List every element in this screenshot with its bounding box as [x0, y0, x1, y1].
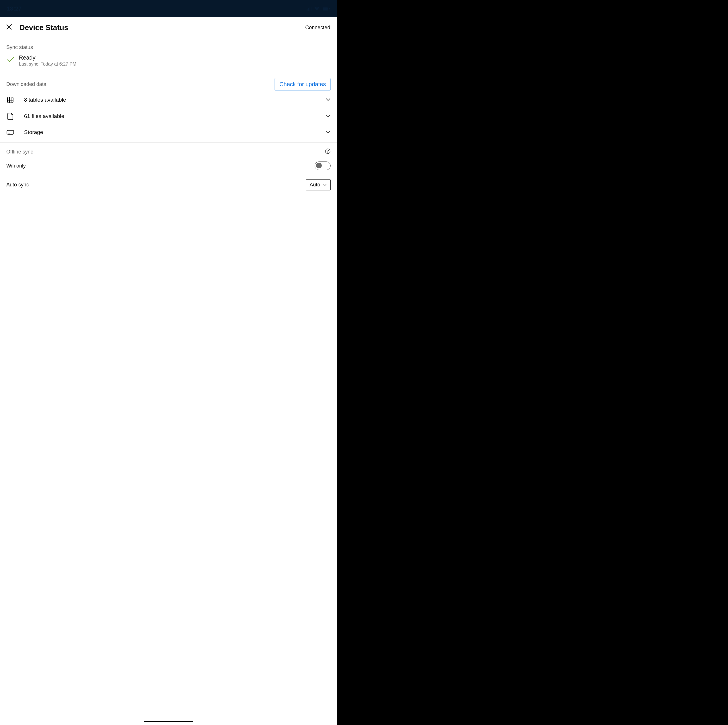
auto-sync-row: Auto sync Auto [0, 175, 337, 195]
auto-sync-select[interactable]: Auto [306, 179, 330, 190]
downloaded-data-section-label: Downloaded data [6, 81, 46, 87]
svg-rect-7 [8, 97, 13, 103]
offline-sync-section-label: Offline sync [6, 149, 33, 155]
svg-rect-12 [7, 130, 14, 134]
chevron-down-icon [323, 182, 327, 188]
offline-sync-settings: Wifi only Auto sync Auto [0, 157, 337, 197]
wifi-only-toggle[interactable] [315, 162, 330, 170]
svg-rect-5 [323, 8, 328, 10]
auto-sync-value: Auto [309, 182, 320, 188]
checkmark-icon [6, 56, 15, 64]
svg-rect-3 [311, 6, 312, 11]
wifi-only-row: Wifi only [0, 157, 337, 175]
svg-point-14 [9, 133, 10, 133]
files-row[interactable]: 61 files available [0, 108, 337, 125]
tables-row[interactable]: 8 tables available [0, 92, 337, 108]
downloaded-data-header: Downloaded data Check for updates [0, 72, 337, 92]
file-icon [6, 113, 14, 120]
sync-status-row: Ready Last sync: Today at 6:27 PM [0, 52, 337, 72]
check-for-updates-button[interactable]: Check for updates [275, 78, 330, 91]
sync-status-section-label: Sync status [0, 38, 337, 52]
page-title: Device Status [20, 23, 305, 32]
toggle-knob [316, 163, 322, 168]
home-indicator[interactable] [144, 721, 193, 722]
svg-point-16 [328, 152, 328, 153]
sync-status-value: Ready [19, 54, 76, 61]
downloaded-data-list: 8 tables available 61 files available St… [0, 92, 337, 142]
cellular-icon [307, 6, 312, 11]
svg-rect-2 [309, 8, 310, 11]
status-bar: 18:27 [0, 0, 337, 17]
connection-status: Connected [305, 24, 330, 31]
help-icon [325, 150, 330, 155]
svg-rect-0 [307, 9, 307, 11]
chevron-down-icon [326, 114, 330, 119]
grid-icon [6, 96, 14, 103]
chevron-down-icon [326, 130, 330, 135]
close-icon [6, 24, 12, 31]
storage-label: Storage [24, 129, 316, 135]
auto-sync-label: Auto sync [6, 182, 29, 188]
wifi-only-label: Wifi only [6, 163, 26, 169]
storage-row[interactable]: Storage [0, 125, 337, 140]
wifi-icon [314, 6, 320, 11]
offline-sync-header: Offline sync [0, 142, 337, 157]
svg-rect-1 [308, 8, 309, 11]
status-bar-time: 18:27 [7, 5, 21, 12]
tables-label: 8 tables available [24, 97, 316, 103]
close-button[interactable] [5, 23, 14, 32]
status-bar-icons [307, 6, 330, 11]
files-label: 61 files available [24, 113, 316, 119]
empty-area [337, 0, 728, 725]
last-sync-text: Last sync: Today at 6:27 PM [19, 61, 76, 67]
storage-icon [6, 130, 14, 135]
svg-rect-6 [329, 8, 330, 9]
page-header: Device Status Connected [0, 17, 337, 38]
battery-icon [322, 6, 330, 11]
help-button[interactable] [325, 148, 330, 155]
device-status-panel: 18:27 Device Status Connected Sync statu… [0, 0, 337, 725]
chevron-down-icon [326, 97, 330, 102]
svg-point-13 [8, 133, 9, 133]
